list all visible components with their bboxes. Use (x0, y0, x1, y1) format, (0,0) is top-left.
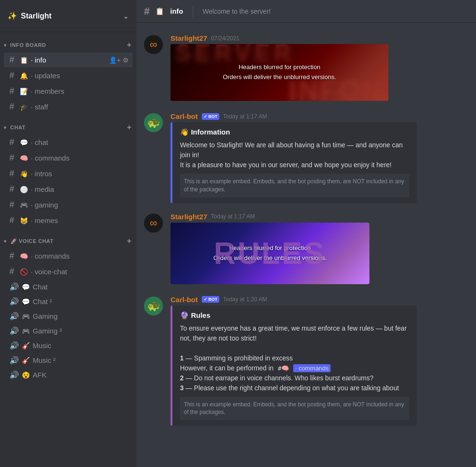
embed: 👋 Information Welcome to Starlight! We a… (171, 122, 417, 203)
channel-emoji: 🎮 (22, 327, 30, 335)
voice-channel-chat[interactable]: 🔊 💬 Chat (4, 280, 133, 294)
channel-intros[interactable]: # 👋 · intros (4, 166, 133, 181)
hash-icon: # (9, 137, 17, 147)
voice-chat-label: 🚀 VOICE CHAT (10, 238, 54, 244)
channel-bar: # 📋 info Welcome to the server! (136, 0, 476, 23)
avatar: 🐢 (144, 113, 163, 132)
speaker-icon: 🔊 (9, 282, 19, 291)
channel-gaming[interactable]: # 🎮 · gaming (4, 198, 133, 212)
channel-media[interactable]: # ⚪ · media (4, 182, 133, 197)
voice-channel-commands[interactable]: # 🧠 · commands (4, 249, 133, 263)
bot-badge: ✓ BOT (202, 296, 220, 303)
message-group: 🐢 Carl-bot ✓ BOT Today at 1:20 AM 🔮 Rule… (136, 292, 476, 430)
add-member-icon[interactable]: 👤+ (109, 56, 121, 64)
hash-icon: # (9, 200, 17, 210)
blurred-image-2: RULES Headers blurred for protection Ord… (171, 223, 369, 284)
sidebar: ✨ Starlight ⌄ ▾ INFO BOARD + # 📋 · info … (0, 0, 136, 467)
collapse-icon: ▾ (4, 43, 7, 48)
message-header: Starlight27 Today at 1:17 AM (171, 213, 468, 221)
server-icon: ✨ (8, 11, 17, 20)
message-content: Carl-bot ✓ BOT Today at 1:20 AM 🔮 Rules … (171, 296, 468, 426)
collapse-icon: ▾ (4, 239, 7, 244)
bot-badge: ✓ BOT (202, 113, 220, 120)
channel-emoji: ⚪ (20, 186, 28, 193)
message-group: ∞ Starlight27 07/24/2021 SERVER INFON He… (136, 30, 476, 107)
embed-footer: This is an example embed. Embeds, and th… (180, 174, 409, 198)
hash-icon: # (9, 184, 17, 194)
message-group: ∞ Starlight27 Today at 1:17 AM RULES Hea… (136, 209, 476, 290)
channel-updates[interactable]: # 🔔 · updates (4, 68, 133, 83)
voice-channel-voice-chat[interactable]: # 🚫 · voice-chat (4, 264, 133, 279)
add-channel-button[interactable]: + (126, 122, 133, 133)
timestamp: Today at 1:17 AM (211, 213, 255, 220)
speaker-icon: 🔊 (9, 326, 19, 335)
blurred-image: SERVER INFON Headers blurred for protect… (171, 44, 388, 101)
channel-bar-icon: 📋 (155, 7, 164, 16)
voice-channel-gaming2[interactable]: 🔊 🎮 Gaming ² (4, 324, 133, 338)
voice-channel-chat2[interactable]: 🔊 💬 Chat ² (4, 295, 133, 308)
channel-chat[interactable]: # 💬 · chat (4, 135, 133, 150)
message-content: Carl-bot ✓ BOT Today at 1:17 AM 👋 Inform… (171, 112, 468, 203)
avatar: 🐢 (144, 296, 163, 315)
channel-info[interactable]: # 📋 · info 👤+ ⚙ (4, 53, 133, 67)
channel-emoji: 😵 (22, 371, 30, 379)
settings-icon[interactable]: ⚙ (123, 56, 129, 64)
main-content: # 📋 info Welcome to the server! ∞ Starli… (136, 0, 476, 467)
channel-inline-code: #🧠 (276, 364, 292, 372)
voice-channel-gaming[interactable]: 🔊 🎮 Gaming (4, 309, 133, 323)
voice-channel-music2[interactable]: 🔊 🎸 Music ² (4, 353, 133, 367)
channel-emoji: 🎮 (20, 201, 28, 209)
channel-emoji: 💬 (22, 283, 30, 291)
channel-emoji: 🎓 (20, 103, 28, 111)
speaker-icon: 🔊 (9, 341, 19, 350)
add-channel-button[interactable]: + (126, 40, 133, 50)
channel-emoji: 🧠 (20, 252, 28, 260)
message-group: 🐢 Carl-bot ✓ BOT Today at 1:17 AM 👋 Info… (136, 108, 476, 207)
channel-memes[interactable]: # 😸 · memes (4, 213, 133, 228)
speaker-icon: 🔊 (9, 356, 19, 365)
speaker-icon: 🔊 (9, 312, 19, 321)
timestamp: Today at 1:20 AM (223, 296, 267, 303)
channel-bar-title: info (170, 7, 183, 15)
channel-commands[interactable]: # 🧠 · commands (4, 151, 133, 165)
message-header: Starlight27 07/24/2021 (171, 34, 468, 42)
embed-footer: This is an example embed. Embeds, and th… (180, 397, 409, 421)
channel-bar-description: Welcome to the server! (203, 8, 271, 15)
channel-members[interactable]: # 📝 · members (4, 84, 133, 99)
embed-description: To ensure everyone has a great time, we … (180, 323, 409, 393)
channel-emoji: 👋 (20, 170, 28, 178)
category-info-board[interactable]: ▾ INFO BOARD + (0, 32, 136, 52)
hash-icon: # (9, 169, 17, 179)
hash-icon: # (9, 102, 17, 112)
avatar: ∞ (144, 214, 163, 233)
messages-area: ∞ Starlight27 07/24/2021 SERVER INFON He… (136, 23, 476, 467)
blur-overlay: Headers blurred for protection Orders wi… (171, 44, 388, 101)
voice-channel-music[interactable]: 🔊 🎸 Music (4, 339, 133, 352)
add-channel-button[interactable]: + (126, 236, 133, 246)
blur-text: Headers blurred for protection Orders wi… (223, 63, 336, 82)
channel-staff[interactable]: # 🎓 · staff (4, 99, 133, 114)
rules-bg-text: RULES (214, 236, 326, 271)
channel-actions: 👤+ ⚙ (109, 56, 129, 64)
embed-title: 🔮 Rules (180, 311, 409, 320)
voice-channel-afk[interactable]: 🔊 😵 AFK (4, 368, 133, 382)
author-name: Carl-bot (171, 296, 198, 304)
channel-bar-divider (193, 6, 193, 17)
channel-emoji: 🧠 (20, 154, 28, 162)
message-content: Starlight27 Today at 1:17 AM RULES Heade… (171, 213, 468, 286)
author-name: Carl-bot (171, 112, 198, 120)
channel-emoji: 🎸 (22, 342, 30, 350)
category-voice-chat[interactable]: ▾ 🚀 VOICE CHAT + (0, 228, 136, 248)
channel-emoji: 💬 (20, 139, 28, 146)
channel-emoji: 🎮 (22, 313, 30, 320)
server-header[interactable]: ✨ Starlight ⌄ (0, 0, 136, 32)
author-name: Starlight27 (171, 213, 207, 221)
speaker-icon: 🔊 (9, 370, 19, 379)
highlight-commands[interactable]: · commands (293, 364, 331, 372)
hash-icon: # (9, 153, 17, 163)
hash-icon: # (9, 86, 17, 96)
hash-icon: # (9, 216, 17, 225)
author-name: Starlight27 (171, 34, 207, 42)
channel-emoji: 🔔 (20, 72, 28, 80)
category-chat[interactable]: ▾ CHAT + (0, 115, 136, 135)
